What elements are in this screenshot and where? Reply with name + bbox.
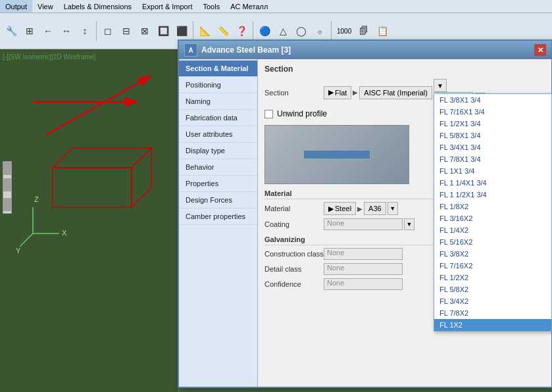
- dialog-title: Advance Steel Beam [3]: [201, 45, 291, 55]
- toolbar-sep-4: [331, 21, 332, 41]
- dropdown-item-9[interactable]: FL 1/8X2: [434, 201, 551, 212]
- unwind-checkbox[interactable]: [264, 110, 273, 118]
- toolbar-btn-5[interactable]: ↕: [76, 22, 93, 39]
- dropdown-item-6[interactable]: FL 1X1 3/4: [434, 165, 551, 177]
- nav-item-properties[interactable]: Properties: [179, 176, 257, 192]
- svg-marker-2: [132, 148, 151, 207]
- toolbar-btn-3[interactable]: ←: [39, 22, 57, 39]
- toolbar-btn-11[interactable]: 📐: [196, 22, 213, 39]
- nav-panel: Section & Material Positioning Naming Fa…: [179, 59, 258, 387]
- section-dropdown-list[interactable]: FL 3/8X1 3/4 FL 7/16X1 3/4 FL 1/2X1 3/4 …: [434, 93, 552, 331]
- material-grade-btn[interactable]: A36: [364, 202, 386, 215]
- toolbar-btn-12[interactable]: 📏: [214, 22, 232, 39]
- nav-item-camber[interactable]: Camber properties: [179, 208, 257, 225]
- material-arrow: ▶: [328, 205, 334, 213]
- nav-item-positioning[interactable]: Positioning: [179, 77, 257, 93]
- preview-beam-shape: [304, 151, 370, 159]
- toolbar-btn-14[interactable]: 🔵: [256, 22, 273, 39]
- toolbar-btn-2[interactable]: ⊞: [21, 22, 38, 39]
- menu-tools[interactable]: Tools: [197, 0, 225, 12]
- menu-labels-dimensions[interactable]: Labels & Dimensions: [59, 0, 137, 12]
- toolbar-btn-7[interactable]: ⊟: [118, 22, 135, 39]
- dropdown-item-7[interactable]: FL 1 1/4X1 3/4: [434, 177, 551, 189]
- toolbar-btn-1[interactable]: 🔧: [3, 22, 20, 39]
- dropdown-item-8[interactable]: FL 1 1/2X1 3/4: [434, 189, 551, 201]
- construction-class-label: Construction class: [264, 250, 324, 258]
- dropdown-item-18[interactable]: FL 7/8X2: [434, 307, 551, 319]
- dropdown-item-1[interactable]: FL 7/16X1 3/4: [434, 106, 551, 118]
- breadcrumb-aisc-btn[interactable]: AISC Flat (Imperial): [359, 86, 432, 99]
- nav-item-fabrication[interactable]: Fabrication data: [179, 110, 257, 126]
- section-dropdown-trigger[interactable]: ▼: [434, 79, 447, 92]
- coating-value-container: None ▼: [324, 218, 414, 230]
- toolbar-btn-10[interactable]: ⬛: [173, 22, 190, 39]
- viewport: [-][SW Isometric][2D Wireframe] Z X Y: [0, 49, 178, 392]
- toolbar-btn-17[interactable]: ⬦: [311, 22, 328, 39]
- nav-item-naming[interactable]: Naming: [179, 93, 257, 110]
- viewport-label: [-][SW Isometric][2D Wireframe]: [3, 53, 95, 61]
- dropdown-item-19[interactable]: FL 1X2: [434, 319, 551, 331]
- breadcrumb-sep: ▶: [353, 89, 358, 96]
- axis-y-label: Y: [16, 247, 21, 255]
- toolbar-btn-15[interactable]: △: [274, 22, 291, 39]
- dropdown-item-15[interactable]: FL 1/2X2: [434, 272, 551, 283]
- section-field-row: Section ▶ Flat ▶ AISC Flat (Imperial) ▼ …: [264, 79, 545, 106]
- coating-label: Coating: [264, 220, 324, 228]
- nav-item-design-forces[interactable]: Design Forces: [179, 192, 257, 208]
- toolbar-btn-6[interactable]: ◻: [99, 22, 116, 39]
- toolbar-btn-19[interactable]: 📋: [374, 22, 391, 39]
- confidence-label: Confidence: [264, 280, 324, 288]
- section-label: Section: [264, 89, 324, 97]
- toolbar-btn-8[interactable]: ⊠: [136, 22, 153, 39]
- dialog-close-button[interactable]: ✕: [534, 44, 546, 56]
- menu-ac-metall[interactable]: AC Металл: [225, 0, 273, 12]
- toolbar-sep-3: [253, 21, 253, 41]
- dropdown-item-14[interactable]: FL 7/16X2: [434, 260, 551, 272]
- section-preview: [264, 125, 409, 184]
- section-header: Section: [264, 64, 545, 75]
- nav-item-display-type[interactable]: Display type: [179, 143, 257, 159]
- material-label: Material: [264, 205, 324, 212]
- toolbar-btn-4[interactable]: ↔: [58, 22, 75, 39]
- material-dropdown-btn[interactable]: ▼: [388, 202, 398, 215]
- menu-view[interactable]: View: [32, 0, 59, 12]
- construction-class-input: None: [324, 248, 403, 260]
- material-breadcrumb-btn[interactable]: ▶ Steel: [324, 202, 356, 215]
- coating-dropdown-btn[interactable]: ▼: [404, 218, 414, 230]
- dropdown-item-13[interactable]: FL 3/8X2: [434, 248, 551, 260]
- dialog-body: Section & Material Positioning Naming Fa…: [179, 59, 551, 387]
- toolbar-btn-9[interactable]: 🔲: [155, 22, 172, 39]
- dialog: A Advance Steel Beam [3] ✕ Section & Mat…: [178, 39, 552, 388]
- dropdown-item-12[interactable]: FL 5/16X2: [434, 236, 551, 248]
- nav-item-section-material[interactable]: Section & Material: [179, 61, 257, 77]
- menu-output[interactable]: Output: [0, 0, 32, 12]
- section-value-container: ▼ FL 1X2 ▼ FL 3/8X1 3/4 FL 7/16X1 3/4 FL…: [434, 79, 486, 106]
- menubar: Output View Labels & Dimensions Export &…: [0, 0, 552, 13]
- dropdown-item-3[interactable]: FL 5/8X1 3/4: [434, 130, 551, 141]
- axis-z-label: Z: [34, 195, 39, 203]
- dropdown-item-11[interactable]: FL 1/4X2: [434, 224, 551, 236]
- axis-x-label: X: [62, 229, 67, 237]
- dropdown-item-2[interactable]: FL 1/2X1 3/4: [434, 118, 551, 130]
- toolbar-btn-16[interactable]: ◯: [293, 22, 310, 39]
- material-value: ▶ Steel ▶ A36 ▼: [324, 202, 398, 215]
- menu-export-import[interactable]: Export & Import: [137, 0, 197, 12]
- toolbar-sep-1: [96, 21, 97, 41]
- svg-rect-0: [53, 168, 132, 207]
- dropdown-item-16[interactable]: FL 5/8X2: [434, 283, 551, 295]
- dropdown-item-5[interactable]: FL 7/8X1 3/4: [434, 153, 551, 165]
- toolbar-btn-13[interactable]: ❓: [233, 22, 250, 39]
- dropdown-item-0[interactable]: FL 3/8X1 3/4: [434, 94, 551, 106]
- breadcrumb-arrow-1: ▶: [328, 88, 334, 97]
- dropdown-item-17[interactable]: FL 3/4X2: [434, 295, 551, 307]
- breadcrumb-flat-btn[interactable]: ▶ Flat: [324, 86, 351, 99]
- toolbar-btn-18[interactable]: 🗐: [355, 22, 372, 39]
- nav-item-user-attr[interactable]: User attributes: [179, 126, 257, 143]
- section-breadcrumb-container: ▶ Flat ▶ AISC Flat (Imperial) ▼ FL 1X2 ▼: [324, 79, 486, 106]
- viewport-scrollbar[interactable]: [3, 161, 12, 214]
- dropdown-item-4[interactable]: FL 3/4X1 3/4: [434, 141, 551, 153]
- beam-wireframe: Z X Y: [13, 115, 158, 260]
- coating-input: None: [324, 218, 403, 230]
- nav-item-behavior[interactable]: Behavior: [179, 159, 257, 176]
- dropdown-item-10[interactable]: FL 3/16X2: [434, 212, 551, 224]
